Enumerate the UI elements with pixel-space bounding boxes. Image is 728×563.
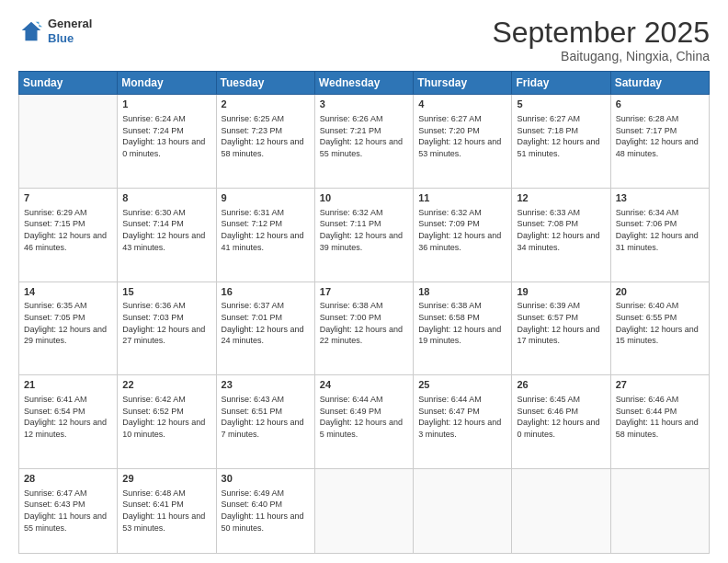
calendar-week-row: 7Sunrise: 6:29 AMSunset: 7:15 PMDaylight… xyxy=(19,188,710,282)
svg-marker-0 xyxy=(22,21,41,40)
day-info: Sunrise: 6:37 AMSunset: 7:01 PMDaylight:… xyxy=(222,300,310,346)
calendar-cell: 11Sunrise: 6:32 AMSunset: 7:09 PMDayligh… xyxy=(414,188,512,282)
calendar-week-row: 1Sunrise: 6:24 AMSunset: 7:24 PMDaylight… xyxy=(19,95,710,189)
day-info: Sunrise: 6:44 AMSunset: 6:47 PMDaylight:… xyxy=(418,394,506,440)
day-number: 18 xyxy=(418,285,506,299)
calendar-week-row: 21Sunrise: 6:41 AMSunset: 6:54 PMDayligh… xyxy=(19,375,710,469)
day-number: 28 xyxy=(24,472,112,486)
calendar-cell: 30Sunrise: 6:49 AMSunset: 6:40 PMDayligh… xyxy=(216,468,314,553)
day-number: 22 xyxy=(122,378,210,392)
calendar-cell: 27Sunrise: 6:46 AMSunset: 6:44 PMDayligh… xyxy=(610,375,709,469)
day-info: Sunrise: 6:34 AMSunset: 7:06 PMDaylight:… xyxy=(616,207,704,253)
day-info: Sunrise: 6:32 AMSunset: 7:11 PMDaylight:… xyxy=(320,207,408,253)
calendar-cell: 9Sunrise: 6:31 AMSunset: 7:12 PMDaylight… xyxy=(216,188,314,282)
logo: General Blue xyxy=(18,17,92,45)
day-info: Sunrise: 6:39 AMSunset: 6:57 PMDaylight:… xyxy=(517,300,605,346)
calendar-week-row: 28Sunrise: 6:47 AMSunset: 6:43 PMDayligh… xyxy=(19,468,710,553)
day-number: 19 xyxy=(517,285,605,299)
logo-general: General xyxy=(48,17,92,31)
day-number: 2 xyxy=(222,98,310,111)
day-number: 29 xyxy=(122,472,210,486)
day-info: Sunrise: 6:35 AMSunset: 7:05 PMDaylight:… xyxy=(24,300,112,346)
col-header-friday: Friday xyxy=(512,72,610,95)
day-number: 13 xyxy=(616,191,704,205)
day-number: 16 xyxy=(222,285,310,299)
col-header-wednesday: Wednesday xyxy=(314,72,413,95)
day-number: 30 xyxy=(222,472,310,486)
calendar-cell: 28Sunrise: 6:47 AMSunset: 6:43 PMDayligh… xyxy=(19,468,118,553)
calendar-table: SundayMondayTuesdayWednesdayThursdayFrid… xyxy=(18,71,710,554)
calendar-cell: 8Sunrise: 6:30 AMSunset: 7:14 PMDaylight… xyxy=(118,188,216,282)
calendar-header-row: SundayMondayTuesdayWednesdayThursdayFrid… xyxy=(19,72,710,95)
calendar-cell: 23Sunrise: 6:43 AMSunset: 6:51 PMDayligh… xyxy=(216,375,314,469)
day-info: Sunrise: 6:25 AMSunset: 7:23 PMDaylight:… xyxy=(222,113,310,159)
calendar-cell: 21Sunrise: 6:41 AMSunset: 6:54 PMDayligh… xyxy=(19,375,118,469)
day-number: 12 xyxy=(517,191,605,205)
calendar-cell xyxy=(19,95,118,189)
day-number: 8 xyxy=(122,191,210,205)
calendar-cell: 10Sunrise: 6:32 AMSunset: 7:11 PMDayligh… xyxy=(314,188,413,282)
logo-blue: Blue xyxy=(48,31,92,46)
calendar-cell: 19Sunrise: 6:39 AMSunset: 6:57 PMDayligh… xyxy=(512,282,610,375)
calendar-cell: 26Sunrise: 6:45 AMSunset: 6:46 PMDayligh… xyxy=(512,375,610,469)
calendar-cell: 18Sunrise: 6:38 AMSunset: 6:58 PMDayligh… xyxy=(414,282,512,375)
calendar-cell: 12Sunrise: 6:33 AMSunset: 7:08 PMDayligh… xyxy=(512,188,610,282)
day-info: Sunrise: 6:44 AMSunset: 6:49 PMDaylight:… xyxy=(320,394,408,440)
day-number: 25 xyxy=(418,378,506,392)
calendar-cell: 3Sunrise: 6:26 AMSunset: 7:21 PMDaylight… xyxy=(314,95,413,189)
day-info: Sunrise: 6:27 AMSunset: 7:18 PMDaylight:… xyxy=(517,113,605,159)
calendar-cell xyxy=(314,468,413,553)
day-info: Sunrise: 6:43 AMSunset: 6:51 PMDaylight:… xyxy=(222,394,310,440)
calendar-cell: 1Sunrise: 6:24 AMSunset: 7:24 PMDaylight… xyxy=(118,95,216,189)
day-number: 6 xyxy=(616,98,704,111)
calendar-cell xyxy=(414,468,512,553)
header: General Blue September 2025 Baitugang, N… xyxy=(18,17,710,63)
day-number: 3 xyxy=(320,98,408,111)
day-info: Sunrise: 6:24 AMSunset: 7:24 PMDaylight:… xyxy=(122,113,210,159)
day-number: 21 xyxy=(24,378,112,392)
calendar-cell xyxy=(512,468,610,553)
col-header-thursday: Thursday xyxy=(414,72,512,95)
calendar-cell: 29Sunrise: 6:48 AMSunset: 6:41 PMDayligh… xyxy=(118,468,216,553)
day-info: Sunrise: 6:33 AMSunset: 7:08 PMDaylight:… xyxy=(517,207,605,253)
calendar-cell xyxy=(610,468,709,553)
day-number: 7 xyxy=(24,191,112,205)
location: Baitugang, Ningxia, China xyxy=(492,49,710,63)
day-number: 1 xyxy=(122,98,210,111)
day-number: 14 xyxy=(24,285,112,299)
day-number: 26 xyxy=(517,378,605,392)
calendar-cell: 6Sunrise: 6:28 AMSunset: 7:17 PMDaylight… xyxy=(610,95,709,189)
calendar-cell: 22Sunrise: 6:42 AMSunset: 6:52 PMDayligh… xyxy=(118,375,216,469)
day-info: Sunrise: 6:28 AMSunset: 7:17 PMDaylight:… xyxy=(616,113,704,159)
day-info: Sunrise: 6:48 AMSunset: 6:41 PMDaylight:… xyxy=(122,488,210,534)
logo-icon xyxy=(18,18,44,44)
day-info: Sunrise: 6:45 AMSunset: 6:46 PMDaylight:… xyxy=(517,394,605,440)
day-info: Sunrise: 6:30 AMSunset: 7:14 PMDaylight:… xyxy=(122,207,210,253)
day-info: Sunrise: 6:27 AMSunset: 7:20 PMDaylight:… xyxy=(418,113,506,159)
calendar-cell: 14Sunrise: 6:35 AMSunset: 7:05 PMDayligh… xyxy=(19,282,118,375)
col-header-monday: Monday xyxy=(118,72,216,95)
day-info: Sunrise: 6:42 AMSunset: 6:52 PMDaylight:… xyxy=(122,394,210,440)
day-info: Sunrise: 6:32 AMSunset: 7:09 PMDaylight:… xyxy=(418,207,506,253)
day-number: 24 xyxy=(320,378,408,392)
day-info: Sunrise: 6:36 AMSunset: 7:03 PMDaylight:… xyxy=(122,300,210,346)
day-number: 20 xyxy=(616,285,704,299)
col-header-tuesday: Tuesday xyxy=(216,72,314,95)
day-info: Sunrise: 6:41 AMSunset: 6:54 PMDaylight:… xyxy=(24,394,112,440)
calendar-cell: 7Sunrise: 6:29 AMSunset: 7:15 PMDaylight… xyxy=(19,188,118,282)
day-info: Sunrise: 6:31 AMSunset: 7:12 PMDaylight:… xyxy=(222,207,310,253)
svg-marker-1 xyxy=(36,21,42,27)
day-info: Sunrise: 6:47 AMSunset: 6:43 PMDaylight:… xyxy=(24,488,112,534)
day-number: 15 xyxy=(122,285,210,299)
day-number: 11 xyxy=(418,191,506,205)
day-number: 4 xyxy=(418,98,506,111)
calendar-cell: 5Sunrise: 6:27 AMSunset: 7:18 PMDaylight… xyxy=(512,95,610,189)
col-header-sunday: Sunday xyxy=(19,72,118,95)
day-info: Sunrise: 6:29 AMSunset: 7:15 PMDaylight:… xyxy=(24,207,112,253)
title-block: September 2025 Baitugang, Ningxia, China xyxy=(492,17,710,63)
calendar-cell: 13Sunrise: 6:34 AMSunset: 7:06 PMDayligh… xyxy=(610,188,709,282)
page: General Blue September 2025 Baitugang, N… xyxy=(0,0,728,563)
day-info: Sunrise: 6:38 AMSunset: 6:58 PMDaylight:… xyxy=(418,300,506,346)
month-title: September 2025 xyxy=(492,17,710,49)
calendar-cell: 2Sunrise: 6:25 AMSunset: 7:23 PMDaylight… xyxy=(216,95,314,189)
